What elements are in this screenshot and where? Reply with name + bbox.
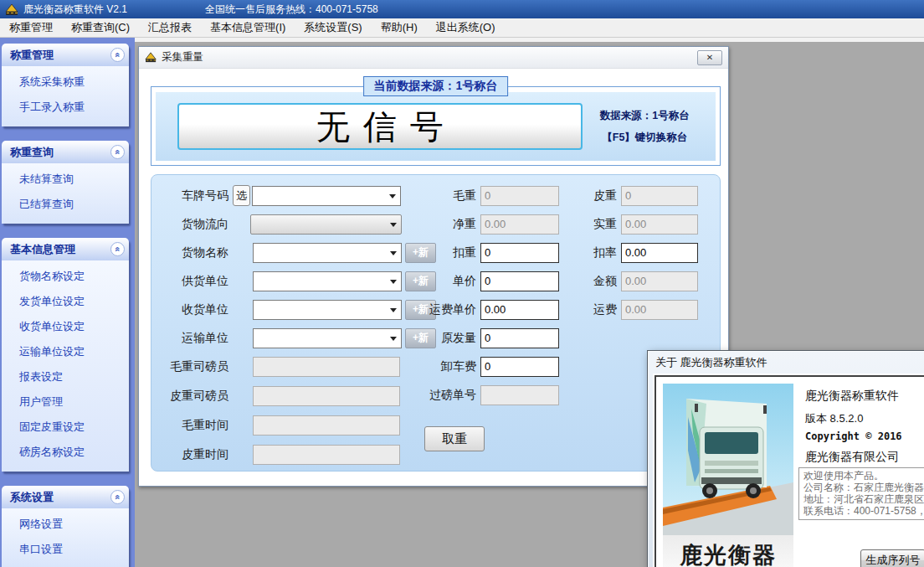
menubar: 称重管理 称重查询(C) 汇总报表 基本信息管理(I) 系统设置(S) 帮助(H… (0, 18, 924, 38)
field-row-freight-unit-price: 运费单价 (403, 299, 559, 320)
actual-weight-field (621, 214, 698, 235)
tare-weight-field (621, 186, 698, 206)
take-weight-button[interactable]: 取重 (424, 426, 485, 451)
window-logo-icon (145, 52, 157, 63)
about-product-name: 鹿光衡器称重软件 (805, 389, 899, 404)
sidebar-item-fixed-tare-setting[interactable]: 固定皮重设定 (2, 415, 129, 440)
section-title: 基本信息管理 (10, 242, 75, 257)
section-header[interactable]: 称重管理 « (2, 44, 129, 66)
sidebar-item-serial-port-settings[interactable]: 串口设置 (2, 537, 129, 562)
collapse-icon[interactable]: « (110, 145, 125, 159)
sidebar-item-user-management[interactable]: 用户管理 (2, 389, 129, 415)
deduct-rate-field[interactable] (621, 243, 698, 263)
close-icon[interactable]: ✕ (697, 50, 722, 65)
sidebar-item-goods-name-setting[interactable]: 货物名称设定 (2, 264, 129, 289)
transporter-label: 运输单位 (158, 331, 228, 346)
sidebar-item-transport-setting[interactable]: 运输单位设定 (2, 339, 129, 364)
receiver-label: 收货单位 (158, 302, 228, 317)
collapse-icon[interactable]: « (110, 242, 125, 256)
goods-flow-label: 货物流向 (158, 217, 228, 232)
app-logo-icon (5, 3, 19, 16)
sidebar: 称重管理 « 系统采集称重 手工录入称重 称重查询 « 未结算查询 已结算查询 … (0, 38, 135, 567)
about-dialog-title: 关于 鹿光衡器称重软件 (655, 355, 767, 370)
weight-display-area: 无信号 数据来源：1号称台 【F5】键切换称台 (156, 92, 716, 161)
about-dialog-titlebar[interactable]: 关于 鹿光衡器称重软件 (648, 351, 924, 374)
goods-name-combobox[interactable] (253, 243, 402, 263)
chevron-down-icon (390, 308, 397, 312)
truck-illustration (663, 384, 793, 535)
sidebar-item-manual-entry-weighing[interactable]: 手工录入称重 (2, 95, 129, 120)
field-row-gross-weight: 毛重 (403, 185, 559, 206)
about-info-box: 欢迎使用本产品。 公司名称：石家庄鹿光衡器有限公司。 地址：河北省石家庄鹿泉区石… (798, 467, 924, 520)
truck-scale-photo: 鹿光衡器 (663, 384, 793, 567)
receiver-combobox[interactable] (253, 300, 402, 320)
freight-label: 运费 (547, 302, 617, 317)
goods-name-label: 货物名称 (158, 245, 228, 260)
sidebar-item-settled-query[interactable]: 已结算查询 (2, 192, 129, 217)
generate-serial-button[interactable]: 生成序列号 (860, 549, 924, 567)
unload-fee-label: 卸车费 (403, 359, 476, 374)
goods-flow-combobox[interactable] (250, 214, 402, 235)
source-line1: 数据来源：1号称台 (583, 105, 707, 126)
field-row-supplier: 供货单位 +新 (158, 271, 436, 291)
original-quantity-field[interactable] (480, 328, 559, 348)
gross-operator-label: 毛重司磅员 (158, 359, 228, 374)
sidebar-item-report-setting[interactable]: 报表设定 (2, 364, 129, 389)
plate-select-button[interactable]: 选 (233, 185, 250, 206)
sidebar-item-scale-house-setting[interactable]: 磅房名称设定 (2, 440, 129, 465)
plate-number-combobox[interactable] (252, 186, 401, 206)
sidebar-item-receiver-setting[interactable]: 收货单位设定 (2, 314, 129, 339)
menu-help[interactable]: 帮助(H) (372, 18, 427, 38)
collapse-icon[interactable]: « (110, 490, 125, 504)
menu-exit[interactable]: 退出系统(O) (427, 18, 505, 38)
sidebar-item-system-capture-weighing[interactable]: 系统采集称重 (2, 70, 129, 95)
section-header[interactable]: 系统设置 « (2, 486, 129, 508)
field-row-deduct-rate: 扣率 (547, 242, 698, 263)
unload-fee-field[interactable] (480, 357, 559, 377)
section-header[interactable]: 基本信息管理 « (2, 238, 129, 260)
about-company: 鹿光衡器有限公司 (805, 450, 899, 465)
field-row-goods-name: 货物名称 +新 (158, 242, 436, 263)
section-title: 称重管理 (10, 48, 54, 63)
app-titlebar: 鹿光衡器称重软件 V2.1 全国统一售后服务热线：400-071-5758 (0, 0, 924, 18)
supplier-combobox[interactable] (253, 271, 402, 291)
chevron-down-icon (390, 337, 397, 341)
menu-weighing-query[interactable]: 称重查询(C) (62, 18, 139, 38)
capture-window-title: 采集重量 (162, 50, 203, 64)
data-source-groupbox: 当前数据来源：1号称台 无信号 数据来源：1号称台 【F5】键切换称台 (151, 86, 721, 166)
field-row-gross-time: 毛重时间 (158, 415, 400, 436)
tare-time-field (253, 445, 400, 465)
field-row-unload-fee: 卸车费 (403, 356, 559, 377)
data-source-label: 当前数据来源：1号称台 (363, 76, 509, 96)
field-row-net-weight: 净重 (403, 214, 559, 235)
collapse-icon[interactable]: « (110, 48, 125, 62)
section-header[interactable]: 称重查询 « (2, 141, 129, 163)
menu-weighing-manage[interactable]: 称重管理 (0, 18, 62, 38)
field-row-plate-number: 车牌号码 选 (158, 185, 401, 206)
about-dialog: 关于 鹿光衡器称重软件 ✕ (647, 350, 924, 567)
amount-label: 金额 (547, 274, 617, 289)
field-row-unit-price: 单价 (403, 271, 559, 291)
sidebar-item-unsettled-query[interactable]: 未结算查询 (2, 167, 129, 192)
menu-system-settings[interactable]: 系统设置(S) (295, 18, 371, 38)
ticket-number-field (480, 385, 559, 405)
field-row-actual-weight: 实重 (547, 214, 698, 235)
capture-window-titlebar[interactable]: 采集重量 ✕ (139, 47, 728, 69)
net-weight-label: 净重 (403, 217, 476, 232)
supplier-label: 供货单位 (158, 274, 228, 289)
gross-time-label: 毛重时间 (158, 418, 228, 433)
source-info: 数据来源：1号称台 【F5】键切换称台 (583, 105, 707, 149)
sidebar-item-network-settings[interactable]: 网络设置 (2, 512, 129, 537)
chevron-down-icon (390, 280, 397, 284)
weight-readout: 无信号 (177, 103, 583, 150)
sidebar-section-system-settings: 系统设置 « 网络设置 串口设置 (2, 486, 129, 567)
field-row-freight: 运费 (547, 299, 698, 320)
gross-time-field (253, 415, 400, 436)
transporter-combobox[interactable] (253, 328, 402, 348)
sidebar-item-shipper-setting[interactable]: 发货单位设定 (2, 289, 129, 314)
field-row-ticket-number: 过磅单号 (403, 384, 559, 405)
menu-summary-report[interactable]: 汇总报表 (139, 18, 201, 38)
menu-basic-info[interactable]: 基本信息管理(I) (201, 18, 295, 38)
freight-field (621, 300, 698, 320)
field-row-receiver: 收货单位 +新 (158, 299, 436, 320)
